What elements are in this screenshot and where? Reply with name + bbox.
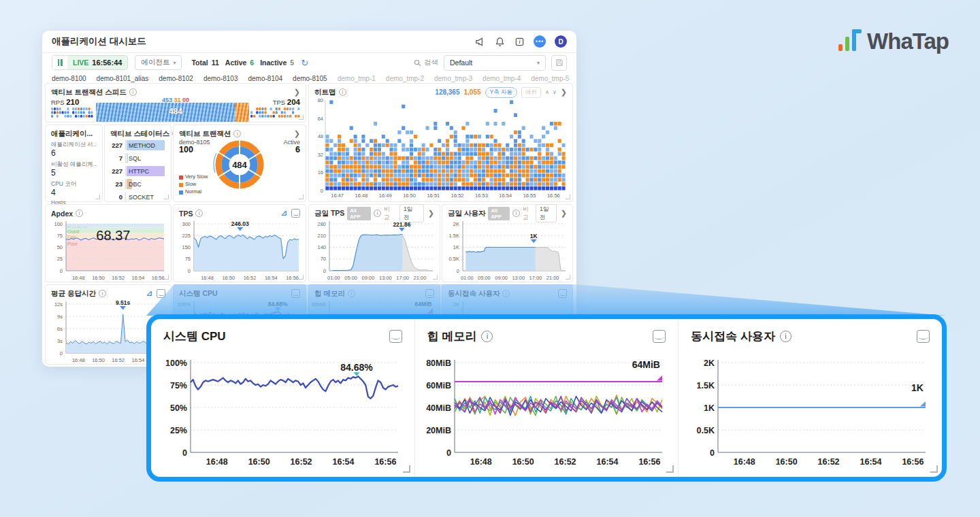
- status-row[interactable]: 0SOCKET: [110, 190, 165, 203]
- svg-text:0.5K: 0.5K: [697, 426, 715, 435]
- info-icon[interactable]: i: [502, 290, 510, 297]
- summary-item: 애플리케이션 서..6: [51, 141, 97, 159]
- svg-text:16:54: 16:54: [265, 275, 278, 280]
- svg-text:16:54: 16:54: [860, 457, 882, 467]
- chevron-down-icon[interactable]: ∨: [553, 89, 557, 95]
- speed-bar[interactable]: 484: [51, 105, 300, 120]
- active-count: 6: [295, 145, 300, 154]
- svg-text:3s: 3s: [57, 338, 63, 344]
- widget-active-status: 액티브 스테이터스 i 227METHOD7SQL227HTTPC23DBC0S…: [104, 124, 172, 202]
- svg-text:280: 280: [317, 221, 326, 227]
- svg-text:6s: 6s: [57, 326, 63, 332]
- svg-text:0: 0: [188, 268, 191, 274]
- svg-text:21:00: 21:00: [414, 275, 427, 280]
- avatar[interactable]: D: [555, 35, 567, 48]
- chevron-right-icon[interactable]: ❯: [294, 130, 300, 137]
- whatap-logo-text: WhaTap: [867, 31, 949, 52]
- svg-text:210: 210: [317, 233, 326, 239]
- search-control[interactable]: 검색: [414, 58, 438, 67]
- info-icon[interactable]: i: [348, 290, 355, 297]
- agent-tab[interactable]: demo_tmp-4: [483, 75, 521, 82]
- svg-text:16:56: 16:56: [152, 275, 165, 280]
- daily-tps-chart[interactable]: 07014021028001:0005:0009:0013:0017:0021:…: [312, 217, 436, 280]
- svg-text:16:48: 16:48: [201, 275, 214, 280]
- svg-text:0: 0: [321, 188, 323, 194]
- info-icon[interactable]: i: [99, 290, 106, 297]
- svg-text:50%: 50%: [170, 403, 187, 413]
- status-row[interactable]: 227HTTPC: [110, 165, 165, 178]
- svg-text:80: 80: [318, 99, 323, 103]
- widget-daily-users: 금일 사용자 All APP i 비교 1일 전 ❯ 00.5K1K1.5K2K…: [442, 204, 573, 282]
- search-icon: [414, 59, 421, 67]
- info-icon[interactable]: i: [195, 210, 203, 217]
- export-image-icon[interactable]: [917, 330, 930, 343]
- agent-tab[interactable]: demo-8105: [293, 75, 327, 82]
- chevron-right-icon[interactable]: ❯: [294, 88, 300, 96]
- info-icon[interactable]: i: [129, 88, 137, 96]
- status-row[interactable]: 23DBC: [110, 178, 165, 190]
- svg-text:16:52: 16:52: [244, 275, 257, 280]
- info-icon[interactable]: i: [76, 210, 83, 217]
- agent-tab[interactable]: demo_tmp-1: [338, 75, 376, 82]
- agent-tab[interactable]: demo-8102: [159, 75, 193, 82]
- agent-tab[interactable]: demo-8100: [52, 75, 86, 82]
- svg-text:2K: 2K: [453, 221, 459, 227]
- chevron-right-icon[interactable]: ❯: [428, 210, 434, 217]
- svg-text:16:50: 16:50: [222, 275, 235, 280]
- info-icon[interactable]: i: [512, 210, 520, 217]
- svg-text:16:50: 16:50: [92, 275, 105, 280]
- agent-tab[interactable]: demo-8103: [203, 75, 238, 82]
- export-image-icon[interactable]: [653, 330, 666, 343]
- agent-dropdown[interactable]: 에이전트▾: [135, 55, 182, 70]
- chevron-right-icon[interactable]: ❯: [561, 88, 567, 96]
- legend-item: Very Slow: [179, 173, 208, 181]
- bell-icon[interactable]: [494, 36, 505, 47]
- agent-tab[interactable]: demo_tmp-3: [434, 75, 472, 82]
- svg-text:16:50: 16:50: [92, 357, 105, 363]
- svg-text:09:00: 09:00: [362, 275, 375, 280]
- page: 애플리케이션 대시보드 i ••• D LIVE 16:: [0, 0, 980, 517]
- y-axis-auto-button[interactable]: Y축 자동: [485, 87, 518, 98]
- daily-users-chart[interactable]: 00.5K1K1.5K2K01:0005:0009:0013:0017:0021…: [445, 217, 568, 280]
- chat-icon[interactable]: •••: [534, 35, 546, 48]
- board-icon[interactable]: i: [514, 36, 525, 47]
- concurrent-users-chart[interactable]: 00.5K1K1.5K2K16:4816:5016:5216:5416:561K: [685, 349, 932, 470]
- status-row[interactable]: 227METHOD: [110, 139, 165, 152]
- system-cpu-chart[interactable]: 025%50%75%100%16:4816:5016:5216:5416:568…: [158, 349, 405, 470]
- status-row[interactable]: 7SQL: [110, 152, 165, 165]
- svg-text:64: 64: [318, 116, 323, 122]
- error-filter-button[interactable]: 에러: [521, 87, 541, 98]
- heap-memory-chart[interactable]: 020MiB40MiB60MiB80MiB16:4816:5016:5216:5…: [422, 349, 669, 470]
- chevron-right-icon[interactable]: ❯: [561, 210, 567, 217]
- svg-text:16:56: 16:56: [286, 275, 299, 280]
- export-image-icon[interactable]: [389, 330, 402, 343]
- svg-text:16:56: 16:56: [547, 193, 560, 199]
- svg-text:12s: 12s: [54, 301, 63, 307]
- svg-text:16:50: 16:50: [512, 457, 534, 467]
- agent-tab[interactable]: demo_tmp-5: [531, 75, 569, 82]
- svg-text:16:56: 16:56: [374, 457, 396, 467]
- info-icon[interactable]: i: [374, 210, 381, 217]
- info-icon[interactable]: i: [780, 331, 791, 342]
- svg-text:16: 16: [318, 169, 323, 176]
- chevron-up-icon[interactable]: ∧: [545, 89, 549, 95]
- svg-text:16:51: 16:51: [427, 193, 440, 199]
- svg-text:05:00: 05:00: [478, 275, 491, 280]
- dashboard-select[interactable]: Default▾: [444, 55, 546, 71]
- save-button[interactable]: [551, 55, 567, 71]
- svg-text:1K: 1K: [530, 233, 538, 239]
- tps-chart[interactable]: 07515022530016:4816:5016:5216:5416:56246…: [176, 217, 301, 280]
- refresh-icon[interactable]: ↻: [301, 58, 308, 68]
- agent-tab[interactable]: demo-8104: [248, 75, 283, 82]
- widget-heatmap: 히트맵 i 128,365 1,055 Y축 자동 에러 ∧∨ ❯ 806448…: [308, 83, 573, 202]
- heatmap-chart[interactable]: 8064483216016:4716:4816:4916:5016:5116:5…: [313, 99, 567, 199]
- megaphone-icon[interactable]: [474, 36, 485, 47]
- info-icon[interactable]: i: [339, 88, 346, 96]
- pause-button[interactable]: [52, 56, 67, 69]
- info-icon[interactable]: i: [481, 331, 493, 342]
- svg-text:16:54: 16:54: [332, 457, 354, 467]
- agent-tab[interactable]: demo_tmp-2: [386, 75, 424, 82]
- apdex-chart[interactable]: ExcellentGoodFairPoor025507510016:4816:5…: [48, 217, 167, 280]
- active-tx-donut[interactable]: 484: [210, 135, 269, 197]
- agent-tab[interactable]: demo-8101_alias: [97, 75, 149, 82]
